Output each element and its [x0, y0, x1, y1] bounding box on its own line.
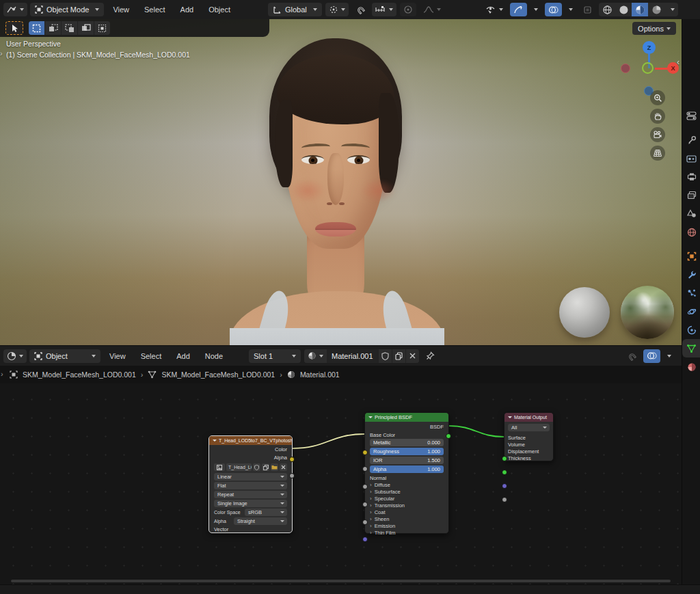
select-box-tool-button[interactable]	[29, 21, 44, 35]
collapse-chevron-icon[interactable]	[368, 416, 373, 418]
socket-color-output[interactable]	[289, 457, 295, 462]
socket-alpha-input[interactable]	[362, 519, 368, 525]
tweak-tool-button[interactable]	[5, 21, 23, 35]
snap-toggle-button[interactable]	[352, 3, 368, 16]
image-copy-button[interactable]	[262, 463, 269, 471]
shader-menu-node[interactable]: Node	[199, 347, 229, 366]
ior-slider[interactable]: IOR 1.500	[370, 457, 444, 464]
object-visibility-dropdown[interactable]	[482, 3, 507, 16]
source-dropdown[interactable]: Single Image	[214, 500, 287, 507]
socket-ior-input[interactable]	[362, 502, 368, 507]
transform-orientation-dropdown[interactable]: Global	[268, 3, 322, 16]
metallic-slider[interactable]: Metallic 0.000	[370, 439, 444, 446]
select-invert-tool-button[interactable]	[78, 21, 94, 35]
collapse-chevron-icon[interactable]	[213, 440, 217, 442]
tab-particle-properties[interactable]	[682, 284, 700, 302]
tab-modifier-properties[interactable]	[682, 265, 700, 284]
section-specular[interactable]: ›Specular	[365, 496, 448, 502]
node-material-output[interactable]: Material Output All Surface Volume Displ…	[504, 412, 554, 461]
shading-dropdown[interactable]	[664, 3, 678, 16]
gizmo-y-axis-center[interactable]	[642, 62, 654, 74]
node-image-texture[interactable]: T_Head_LOD5to7_BC_VTphotoshop... Color A…	[208, 435, 293, 533]
socket-alpha-output[interactable]	[289, 473, 295, 478]
editor-type-shader-button[interactable]	[3, 349, 27, 363]
fake-user-button[interactable]	[378, 349, 392, 363]
shading-solid-button[interactable]	[615, 3, 632, 16]
show-gizmos-toggle[interactable]	[510, 3, 527, 16]
camera-view-button[interactable]	[650, 127, 665, 142]
shader-menu-select[interactable]: Select	[135, 347, 168, 366]
socket-bsdf-output[interactable]	[446, 433, 451, 439]
navigation-gizmo[interactable]: Z X	[619, 41, 679, 101]
tab-physics-properties[interactable]	[682, 302, 700, 321]
menu-add[interactable]: Add	[174, 0, 200, 19]
menu-object[interactable]: Object	[202, 0, 237, 19]
select-intersect-tool-button[interactable]	[94, 21, 110, 35]
shader-type-dropdown[interactable]: Object	[29, 349, 100, 363]
alpha-mode-dropdown[interactable]: Straight	[234, 517, 287, 525]
select-extend-tool-button[interactable]	[45, 21, 61, 35]
shader-overlays-toggle[interactable]	[643, 349, 660, 363]
collapse-chevron-icon[interactable]	[508, 416, 512, 418]
snap-settings-dropdown[interactable]	[372, 3, 396, 16]
zoom-button[interactable]	[650, 90, 665, 105]
options-button[interactable]: Options	[632, 22, 676, 35]
extension-dropdown[interactable]: Repeat	[214, 491, 287, 498]
target-dropdown[interactable]: All	[508, 424, 550, 431]
section-sheen[interactable]: ›Sheen	[365, 516, 448, 522]
toggle-orthographic-button[interactable]	[650, 146, 665, 161]
unlink-material-button[interactable]	[405, 349, 419, 363]
toolbar-expand-arrow[interactable]: ›	[0, 49, 3, 57]
tab-world-properties[interactable]	[682, 223, 700, 241]
section-diffuse[interactable]: ›Diffuse	[365, 482, 448, 488]
material-name-field[interactable]: Material.001	[327, 349, 378, 363]
new-material-copy-button[interactable]	[392, 349, 405, 363]
menu-select[interactable]: Select	[138, 0, 172, 19]
horizontal-scrollbar[interactable]	[11, 580, 671, 582]
image-fake-user-button[interactable]	[253, 463, 260, 471]
material-browse-dropdown[interactable]	[304, 349, 327, 363]
shading-wireframe-button[interactable]	[599, 3, 615, 16]
path-mesh-name[interactable]: SKM_Model_FaceMesh_LOD0.001	[161, 370, 275, 379]
socket-normal-input[interactable]	[362, 537, 368, 542]
tab-constraint-properties[interactable]	[682, 321, 700, 339]
roughness-slider[interactable]: Roughness 1.000	[370, 448, 444, 455]
shader-overlays-dropdown[interactable]	[661, 349, 675, 363]
shading-rendered-button[interactable]	[648, 3, 664, 16]
socket-roughness-input[interactable]	[362, 484, 368, 489]
socket-displacement-input[interactable]	[502, 483, 507, 489]
path-material-name[interactable]: Material.001	[300, 370, 340, 379]
shader-menu-view[interactable]: View	[103, 347, 132, 366]
overlays-dropdown[interactable]	[563, 3, 576, 16]
node-material-output-header[interactable]: Material Output	[504, 413, 553, 422]
gizmo-negative-x-axis[interactable]	[621, 64, 630, 73]
menu-view[interactable]: View	[107, 0, 135, 19]
section-subsurface[interactable]: ›Subsurface	[365, 489, 448, 495]
node-principled-header[interactable]: Principled BSDF	[365, 413, 448, 422]
image-open-folder-button[interactable]	[271, 463, 278, 471]
tab-material-properties[interactable]	[682, 357, 700, 376]
socket-volume-input[interactable]	[502, 470, 507, 475]
tab-output-properties[interactable]	[682, 167, 700, 186]
tab-active-tool[interactable]	[682, 107, 700, 125]
proportional-editing-toggle[interactable]	[400, 3, 416, 16]
image-browse-button[interactable]	[214, 463, 225, 471]
interpolation-dropdown[interactable]: Linear	[214, 473, 287, 481]
editor-type-3d-viewport-button[interactable]	[3, 3, 27, 16]
material-slot-dropdown[interactable]: Slot 1	[249, 349, 301, 363]
path-object-name[interactable]: SKM_Model_FaceMesh_LOD0.001	[23, 370, 136, 379]
gizmo-x-axis[interactable]: X	[667, 62, 679, 74]
tab-render-properties[interactable]	[682, 149, 700, 167]
show-overlays-toggle[interactable]	[545, 3, 562, 16]
socket-thickness-input[interactable]	[502, 497, 507, 502]
path-expand-arrow[interactable]: ›	[1, 370, 3, 378]
mode-dropdown[interactable]: Object Mode	[30, 3, 104, 16]
select-subtract-tool-button[interactable]	[62, 21, 77, 35]
tab-scene-properties[interactable]	[682, 204, 700, 223]
socket-base-color-input[interactable]	[362, 450, 368, 455]
section-thin-film[interactable]: ›Thin Film	[365, 530, 448, 536]
socket-surface-input[interactable]	[502, 456, 507, 461]
tab-object-data-properties[interactable]	[682, 339, 700, 357]
proportional-falloff-dropdown[interactable]	[420, 3, 444, 16]
section-transmission[interactable]: ›Transmission	[365, 502, 448, 509]
